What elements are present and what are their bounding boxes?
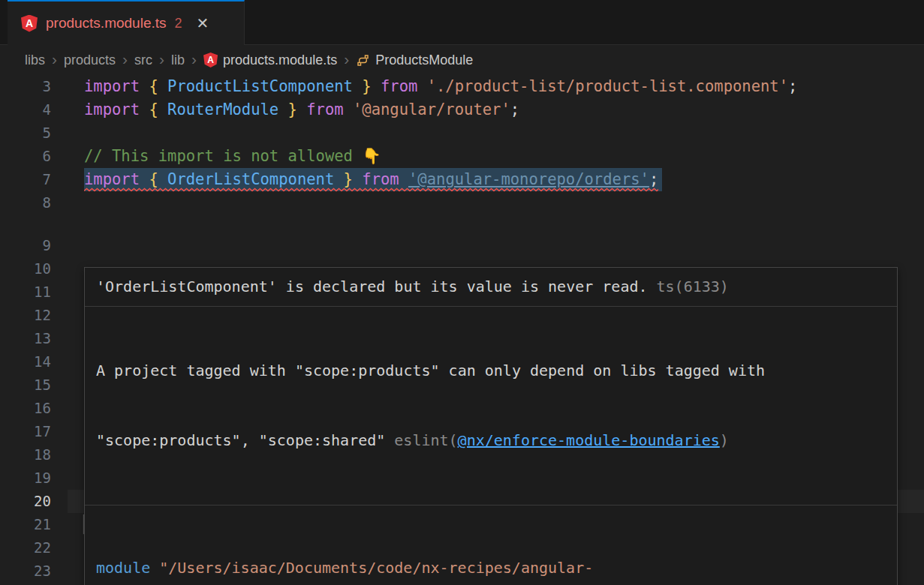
- line-number: 3: [0, 75, 51, 98]
- hover-eslint-diagnostic: A project tagged with "scope:products" c…: [85, 306, 897, 505]
- ts-diagnostic-message: 'OrderListComponent' is declared but its…: [96, 278, 648, 296]
- line-content: // This import is not allowed 👇: [84, 145, 381, 168]
- line-number: 16: [0, 397, 51, 420]
- angular-icon: A: [21, 15, 38, 32]
- line-number: 14: [0, 350, 51, 374]
- breadcrumb-label: ProductsModule: [375, 52, 473, 68]
- line-number: 7: [0, 168, 51, 191]
- eslint-message-line1: A project tagged with "scope:products" c…: [96, 359, 886, 382]
- line-content: import { ProductListComponent } from './…: [84, 75, 797, 98]
- tab-bar: A products.module.ts 2 ✕: [0, 0, 924, 45]
- breadcrumb-label: products.module.ts: [223, 52, 337, 68]
- ts-diagnostic-source: ts(6133): [657, 278, 729, 296]
- hover-module-path-block: module"/Users/isaac/Documents/code/nx-re…: [85, 505, 897, 585]
- code-line-3[interactable]: 3import { ProductListComponent } from '.…: [0, 75, 924, 98]
- line-number: 6: [0, 145, 51, 168]
- code-editor[interactable]: 'OrderListComponent' is declared but its…: [0, 75, 924, 585]
- line-number: 4: [0, 98, 51, 122]
- code-line-4[interactable]: 4import { RouterModule } from '@angular/…: [0, 98, 924, 122]
- module-keyword: module: [96, 559, 150, 577]
- chevron-right-icon: ›: [191, 51, 197, 69]
- line-number: 12: [0, 304, 51, 327]
- breadcrumb-item-libs[interactable]: libs: [25, 52, 45, 68]
- code-line-5[interactable]: 5: [0, 122, 924, 145]
- hover-popup: 'OrderListComponent' is declared but its…: [84, 267, 898, 585]
- line-number: 5: [0, 122, 51, 145]
- breadcrumb-label: libs: [25, 52, 45, 68]
- code-line-7[interactable]: 7import { OrderListComponent } from '@an…: [0, 168, 924, 191]
- breadcrumb-item-lib[interactable]: lib: [171, 52, 185, 68]
- breadcrumb-item-src[interactable]: src: [134, 52, 152, 68]
- line-number: 17: [0, 420, 51, 443]
- tab-bar-spacer: [0, 0, 8, 45]
- eslint-source-suffix: ): [720, 431, 729, 449]
- tab-problems-badge: 2: [175, 16, 182, 32]
- line-number: 20: [0, 490, 51, 513]
- breadcrumb-item-products-module-ts[interactable]: Aproducts.module.ts: [203, 52, 337, 68]
- tab-products-module[interactable]: A products.module.ts 2 ✕: [8, 0, 245, 45]
- line-number: 8: [0, 191, 51, 214]
- line-content: import { RouterModule } from '@angular/r…: [84, 98, 519, 122]
- line-number: 18: [0, 443, 51, 466]
- hover-ts-diagnostic: 'OrderListComponent' is declared but its…: [85, 268, 897, 306]
- chevron-right-icon: ›: [52, 51, 57, 69]
- breadcrumb-item-productsmodule[interactable]: ProductsModule: [356, 52, 473, 68]
- line-number: 22: [0, 536, 51, 560]
- tab-title: products.module.ts: [46, 15, 167, 32]
- chevron-right-icon: ›: [159, 51, 164, 69]
- angular-icon: A: [203, 52, 218, 68]
- code-line-9[interactable]: 9: [0, 234, 924, 257]
- module-path-line1: module"/Users/isaac/Documents/code/nx-re…: [96, 556, 886, 580]
- breadcrumb-label: products: [64, 52, 116, 68]
- chevron-right-icon: ›: [122, 51, 128, 69]
- chevron-right-icon: ›: [344, 51, 349, 69]
- code-line-6[interactable]: 6// This import is not allowed 👇: [0, 145, 924, 168]
- eslint-rule-link[interactable]: @nx/enforce-module-boundaries: [458, 431, 720, 449]
- tab-bar-empty-area: [245, 0, 924, 45]
- line-number: 10: [0, 257, 51, 280]
- eslint-source-prefix: eslint(: [394, 431, 457, 449]
- close-icon[interactable]: ✕: [197, 14, 209, 32]
- line-number: 13: [0, 327, 51, 350]
- breadcrumb-label: src: [134, 52, 152, 68]
- eslint-message-line2: "scope:products", "scope:shared"eslint(@…: [96, 429, 886, 452]
- breadcrumb: libs›products›src›lib›Aproducts.module.t…: [0, 45, 924, 75]
- breadcrumb-item-products[interactable]: products: [64, 52, 116, 68]
- line-number: 23: [0, 560, 51, 583]
- line-number: 19: [0, 466, 51, 490]
- line-number: 21: [0, 513, 51, 536]
- line-number: 9: [0, 234, 51, 257]
- line-number: 11: [0, 280, 51, 304]
- code-line-8[interactable]: 8: [0, 191, 924, 214]
- class-symbol-icon: [356, 53, 370, 68]
- breadcrumb-label: lib: [171, 52, 185, 68]
- line-number: 15: [0, 374, 51, 397]
